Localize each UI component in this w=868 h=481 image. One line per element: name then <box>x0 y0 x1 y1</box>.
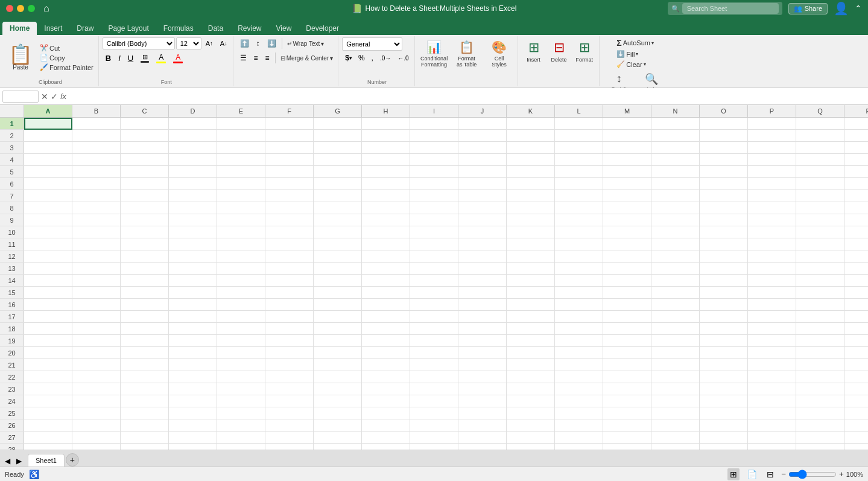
cell-N23[interactable] <box>651 383 700 395</box>
cell-P28[interactable] <box>748 444 796 450</box>
cell-O4[interactable] <box>700 154 748 166</box>
cell-R13[interactable] <box>844 263 868 275</box>
cell-P8[interactable] <box>748 202 796 214</box>
fill-color-button[interactable]: A <box>153 52 169 64</box>
italic-button[interactable]: I <box>115 52 124 64</box>
bold-button[interactable]: B <box>103 52 114 64</box>
cell-G7[interactable] <box>314 190 362 202</box>
cell-R4[interactable] <box>844 154 868 166</box>
cell-L25[interactable] <box>555 407 603 419</box>
cell-H26[interactable] <box>362 419 410 432</box>
align-top-button[interactable]: ⬆️ <box>237 37 252 49</box>
cell-P23[interactable] <box>748 383 796 395</box>
cell-O27[interactable] <box>700 432 748 444</box>
cell-Q10[interactable] <box>796 226 844 238</box>
col-header-B[interactable]: B <box>72 105 121 117</box>
cell-N16[interactable] <box>651 299 700 311</box>
cell-L5[interactable] <box>555 166 603 178</box>
cell-O21[interactable] <box>700 359 748 371</box>
cell-I28[interactable] <box>410 444 458 450</box>
cell-E4[interactable] <box>217 154 265 166</box>
col-header-F[interactable]: F <box>265 105 314 117</box>
cell-C19[interactable] <box>121 335 169 347</box>
cell-R26[interactable] <box>844 419 868 432</box>
cell-F20[interactable] <box>265 347 314 359</box>
cell-J7[interactable] <box>458 190 507 202</box>
cell-G23[interactable] <box>314 383 362 395</box>
cell-D10[interactable] <box>169 226 217 238</box>
cell-Q16[interactable] <box>796 299 844 311</box>
cell-N18[interactable] <box>651 323 700 335</box>
cell-E21[interactable] <box>217 359 265 371</box>
cell-Q3[interactable] <box>796 142 844 154</box>
cell-P4[interactable] <box>748 154 796 166</box>
zoom-slider[interactable] <box>788 470 837 479</box>
cell-N10[interactable] <box>651 226 700 238</box>
cell-M14[interactable] <box>603 275 651 287</box>
cell-K18[interactable] <box>507 323 555 335</box>
col-header-M[interactable]: M <box>603 105 651 117</box>
row-header-9[interactable]: 9 <box>0 214 24 226</box>
cell-G2[interactable] <box>314 130 362 142</box>
cell-P15[interactable] <box>748 287 796 299</box>
cell-O7[interactable] <box>700 190 748 202</box>
cell-C12[interactable] <box>121 250 169 263</box>
cell-L8[interactable] <box>555 202 603 214</box>
cell-J19[interactable] <box>458 335 507 347</box>
cell-B24[interactable] <box>72 395 121 407</box>
cell-H2[interactable] <box>362 130 410 142</box>
cell-L14[interactable] <box>555 275 603 287</box>
cell-O6[interactable] <box>700 178 748 190</box>
cell-G12[interactable] <box>314 250 362 263</box>
cell-I8[interactable] <box>410 202 458 214</box>
cell-K27[interactable] <box>507 432 555 444</box>
cell-M3[interactable] <box>603 142 651 154</box>
align-middle-button[interactable]: ↕️ <box>253 37 263 49</box>
cell-A20[interactable] <box>24 347 72 359</box>
cell-L28[interactable] <box>555 444 603 450</box>
cell-F15[interactable] <box>265 287 314 299</box>
cell-Q11[interactable] <box>796 238 844 250</box>
cell-H10[interactable] <box>362 226 410 238</box>
cell-P18[interactable] <box>748 323 796 335</box>
cell-B9[interactable] <box>72 214 121 226</box>
row-header-15[interactable]: 15 <box>0 287 24 298</box>
row-header-5[interactable]: 5 <box>0 166 24 177</box>
cell-Q2[interactable] <box>796 130 844 142</box>
cell-P27[interactable] <box>748 432 796 444</box>
cell-L23[interactable] <box>555 383 603 395</box>
cell-A4[interactable] <box>24 154 72 166</box>
row-header-28[interactable]: 28 <box>0 444 24 450</box>
row-header-2[interactable]: 2 <box>0 130 24 141</box>
cell-Q21[interactable] <box>796 359 844 371</box>
cell-B2[interactable] <box>72 130 121 142</box>
cell-B14[interactable] <box>72 275 121 287</box>
cell-O16[interactable] <box>700 299 748 311</box>
cell-I15[interactable] <box>410 287 458 299</box>
cell-F4[interactable] <box>265 154 314 166</box>
row-header-14[interactable]: 14 <box>0 275 24 286</box>
cell-A19[interactable] <box>24 335 72 347</box>
cell-C14[interactable] <box>121 275 169 287</box>
cell-N25[interactable] <box>651 407 700 419</box>
cell-J10[interactable] <box>458 226 507 238</box>
cell-M10[interactable] <box>603 226 651 238</box>
cell-A17[interactable] <box>24 311 72 323</box>
row-header-23[interactable]: 23 <box>0 383 24 395</box>
cell-O28[interactable] <box>700 444 748 450</box>
cell-R15[interactable] <box>844 287 868 299</box>
cell-K15[interactable] <box>507 287 555 299</box>
cell-B11[interactable] <box>72 238 121 250</box>
cell-D6[interactable] <box>169 178 217 190</box>
cell-O1[interactable] <box>700 118 748 130</box>
cell-H18[interactable] <box>362 323 410 335</box>
col-header-G[interactable]: G <box>314 105 362 117</box>
cell-I24[interactable] <box>410 395 458 407</box>
cell-Q15[interactable] <box>796 287 844 299</box>
cell-I12[interactable] <box>410 250 458 263</box>
cell-N2[interactable] <box>651 130 700 142</box>
cell-E7[interactable] <box>217 190 265 202</box>
grid-container[interactable]: 1234567891011121314151617181920212223242… <box>0 118 868 450</box>
cell-K10[interactable] <box>507 226 555 238</box>
col-header-C[interactable]: C <box>121 105 169 117</box>
